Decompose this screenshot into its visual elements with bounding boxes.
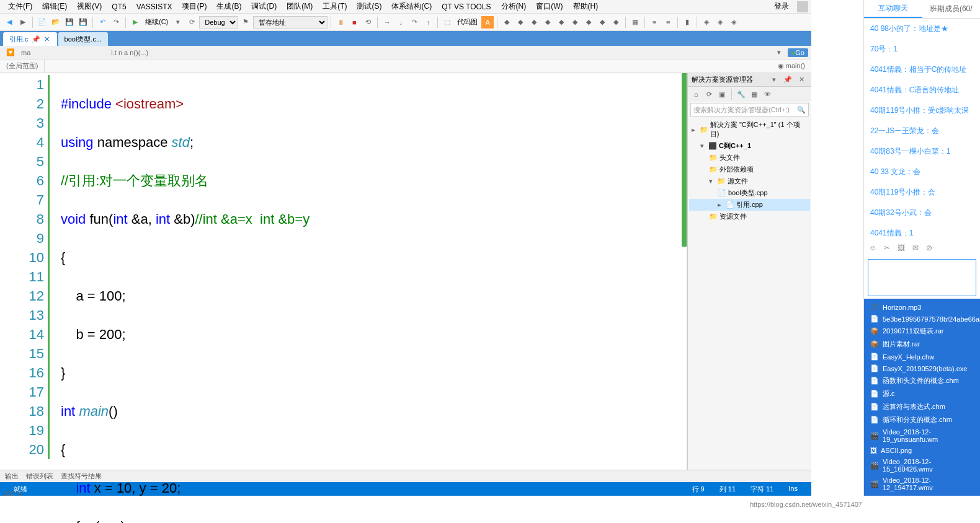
pause-icon[interactable]: ⏸ [334, 16, 347, 29]
t14-icon[interactable]: ◈ [700, 16, 713, 29]
file-item[interactable]: 🎬 Video_2018-12-15_160426.wmv [864, 456, 980, 475]
highlight-icon[interactable]: A [481, 16, 494, 29]
codemap-button[interactable]: 代码图 [455, 17, 480, 27]
t1-icon[interactable]: ◆ [501, 16, 513, 29]
file-item[interactable]: 📄 EasyX_Help.chw [864, 351, 980, 363]
close-icon[interactable]: ✕ [43, 35, 51, 43]
output-tab[interactable]: 输出 [5, 472, 19, 481]
t11-icon[interactable]: ≡ [648, 16, 661, 29]
send-icon[interactable]: ✉ [912, 244, 919, 252]
stepinto-icon[interactable]: ↓ [394, 16, 407, 29]
tab-other[interactable]: bool类型.c... [58, 32, 109, 46]
stepover-icon[interactable]: ↷ [408, 16, 421, 29]
t6-icon[interactable]: ◆ [569, 16, 581, 29]
undo-icon[interactable]: ↶ [96, 16, 109, 29]
t9-icon[interactable]: ◆ [610, 16, 622, 29]
chat-message[interactable]: 4041情義：1 [864, 223, 980, 239]
chat-message[interactable]: 4041情義：相当于C的传地址 [864, 59, 980, 80]
file-item[interactable]: 🖼 ASCII.png [864, 445, 980, 456]
t13-icon[interactable]: ▮ [681, 16, 693, 29]
pin-icon[interactable]: 📌 [32, 35, 40, 43]
menu-edit[interactable]: 编辑(E) [37, 0, 72, 13]
chat-message[interactable]: 22一JS一王荣龙：会 [864, 121, 980, 141]
collapse-icon[interactable]: ▣ [716, 89, 728, 100]
close-icon[interactable]: ✕ [795, 74, 808, 86]
menu-file[interactable]: 文件(F) [3, 0, 37, 13]
chat-message[interactable]: 40 33 文龙：会 [864, 162, 980, 182]
sources-folder[interactable]: ▾📁 源文件 [689, 175, 810, 187]
menu-analyze[interactable]: 分析(N) [496, 0, 532, 13]
menu-test[interactable]: 测试(S) [352, 0, 386, 13]
back-icon[interactable]: ◀ [3, 16, 16, 29]
file-item[interactable]: 📦 图片素材.rar [864, 338, 980, 351]
tab-active[interactable]: 引用.c 📌 ✕ [3, 32, 57, 46]
stepout-icon[interactable]: ↑ [422, 16, 434, 29]
scope-global[interactable]: (全局范围) [0, 59, 45, 73]
user-icon[interactable] [797, 1, 808, 12]
scope-func[interactable]: ◉ main() [772, 62, 811, 70]
file-item[interactable]: 📄 运算符与表达式.chm [864, 400, 980, 413]
continue-button[interactable]: 继续(C) [143, 17, 171, 27]
t4-icon[interactable]: ◆ [541, 16, 554, 29]
menu-qtvs[interactable]: QT VS TOOLS [437, 1, 496, 12]
t3-icon[interactable]: ◆ [528, 16, 540, 29]
flag-icon[interactable]: ⚑ [239, 16, 252, 29]
file-ref[interactable]: ▸📄 引用.cpp [689, 199, 810, 211]
config-combo[interactable]: Debug [199, 16, 238, 29]
pin-icon[interactable]: 📌 [782, 74, 794, 86]
forward-icon[interactable]: ▶ [17, 16, 29, 29]
resources-folder[interactable]: 📁 资源文件 [689, 211, 810, 222]
file-bool[interactable]: 📄 bool类型.cpp [689, 187, 810, 199]
project-node[interactable]: ▾⬛ C到C++_1 [689, 140, 810, 152]
menu-view[interactable]: 视图(V) [72, 0, 107, 13]
file-item[interactable]: 📄 函数和头文件的概念.chm [864, 374, 980, 387]
login-link[interactable]: 登录 [769, 0, 794, 13]
dropdown-icon[interactable]: ▾ [768, 74, 780, 86]
chat-message[interactable]: 40期32号小武：会 [864, 203, 980, 223]
headers-folder[interactable]: 📁 头文件 [689, 152, 810, 164]
open-icon[interactable]: 📂 [50, 16, 62, 29]
chat-input[interactable] [868, 259, 976, 296]
nav-dropdown-icon[interactable]: ▾ [773, 46, 785, 59]
block-icon[interactable]: ⊘ [926, 244, 932, 252]
saveall-icon[interactable]: 💾 [77, 16, 89, 29]
menu-build[interactable]: 生成(B) [212, 0, 246, 13]
t2-icon[interactable]: ◆ [514, 16, 527, 29]
props-icon[interactable]: 🔧 [736, 89, 747, 100]
go-button[interactable]: ●Go [788, 48, 808, 57]
menu-arch[interactable]: 体系结构(C) [386, 0, 437, 13]
code-editor[interactable]: 1 2 3 4 5 6 7 8 9 10 11 12 13 14 15 16 1… [0, 73, 687, 470]
new-icon[interactable]: 📄 [36, 16, 48, 29]
chat-message[interactable]: 40期119号小推：会 [864, 182, 980, 203]
menu-help[interactable]: 帮助(H) [568, 0, 604, 13]
dropdown-icon[interactable]: ▾ [172, 16, 184, 29]
chat-message[interactable]: 70号：1 [864, 39, 980, 59]
code-area[interactable]: #include <iostream> using namespace std;… [55, 73, 687, 470]
play-icon[interactable]: ▶ [129, 16, 141, 29]
file-item[interactable]: 📄 5e3be19956797578bf24abe66a38 [864, 313, 980, 325]
nav-icon[interactable]: 🔽 [3, 48, 18, 56]
menu-tools[interactable]: 工具(T) [318, 0, 352, 13]
chat-message[interactable]: 4041情義：C语言的传地址 [864, 80, 980, 100]
t8-icon[interactable]: ◆ [596, 16, 608, 29]
image-icon[interactable]: 🖼 [898, 244, 905, 252]
stop-icon[interactable]: ■ [348, 16, 360, 29]
chat-message[interactable]: 40期119号小推：受c影响太深 [864, 100, 980, 121]
chat-message[interactable]: 40 98小的了：地址是★ [864, 19, 980, 39]
chat-tab-interactive[interactable]: 互动聊天 [864, 0, 922, 18]
zoom-level[interactable]: 100 % [3, 490, 22, 497]
redo-icon[interactable]: ↷ [110, 16, 122, 29]
file-item[interactable]: 🎵 Horizon.mp3 [864, 301, 980, 313]
hex-icon[interactable]: ⬚ [441, 16, 453, 29]
menu-debug[interactable]: 调试(D) [246, 0, 282, 13]
file-item[interactable]: 🎬 Video_2018-12-19_yunsuanfu.wm [864, 426, 980, 445]
t10-icon[interactable]: ▦ [629, 16, 641, 29]
chat-messages[interactable]: 40 98小的了：地址是★ 70号：1 4041情義：相当于C的传地址 4041… [864, 19, 980, 239]
t5-icon[interactable]: ◆ [555, 16, 568, 29]
t7-icon[interactable]: ◆ [582, 16, 595, 29]
menu-window[interactable]: 窗口(W) [531, 0, 568, 13]
t15-icon[interactable]: ◈ [714, 16, 726, 29]
restart-icon[interactable]: ⟲ [362, 16, 374, 29]
cut-icon[interactable]: ✂ [884, 244, 890, 252]
home-icon[interactable]: ⌂ [690, 89, 702, 100]
